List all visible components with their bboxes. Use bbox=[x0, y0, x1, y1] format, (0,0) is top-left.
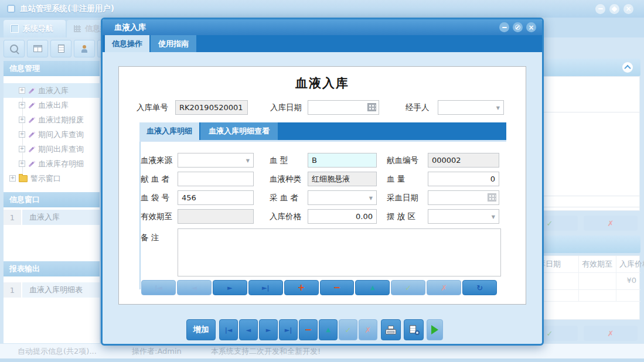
expander-icon[interactable]: + bbox=[19, 160, 25, 167]
bottom-next-button[interactable]: ► bbox=[259, 319, 278, 340]
dialog-titlebar[interactable]: 血液入库 bbox=[103, 19, 542, 35]
restore-icon bbox=[515, 25, 520, 30]
nav-last-button[interactable]: ►| bbox=[248, 280, 283, 295]
section-header-report: 报表输出 bbox=[4, 261, 100, 276]
donor-field[interactable] bbox=[178, 172, 254, 186]
search-icon bbox=[10, 45, 18, 53]
tree-item-label: 血液过期报废 bbox=[38, 115, 84, 125]
play-icon bbox=[431, 325, 438, 334]
collect-date-field[interactable] bbox=[428, 190, 499, 205]
nav-next-button[interactable]: ► bbox=[213, 280, 247, 295]
tab-system-navigation[interactable]: 系统导航 bbox=[4, 20, 66, 37]
calendar-icon[interactable] bbox=[367, 103, 376, 111]
tree-item-alert-window[interactable]: + 警示窗口 bbox=[4, 171, 105, 186]
collapse-button[interactable] bbox=[622, 62, 633, 73]
source-label: 血液来源 bbox=[141, 153, 172, 168]
inner-tab-detail[interactable]: 血液入库明细 bbox=[139, 122, 199, 140]
print-button[interactable] bbox=[381, 319, 401, 340]
tree-item-label: 血液库存明细 bbox=[38, 159, 84, 169]
volume-field[interactable]: 0 bbox=[428, 172, 499, 186]
nav-cancel-button[interactable]: ✗ bbox=[427, 280, 461, 295]
cross-icon: ✗ bbox=[608, 329, 614, 338]
chevron-down-icon: ▼ bbox=[496, 101, 500, 115]
dialog-minimize-button[interactable] bbox=[499, 22, 509, 32]
nav-refresh-button[interactable]: ↻ bbox=[462, 280, 497, 295]
inner-tabstrip: 血液入库明细 血液入库明细查看 bbox=[139, 122, 506, 140]
remark-textarea[interactable] bbox=[178, 228, 501, 276]
bottom-delete-button[interactable]: − bbox=[299, 319, 318, 340]
edit-icon: ▲ bbox=[370, 285, 375, 291]
cancel-icon: ✗ bbox=[441, 284, 447, 292]
bottom-cancel-button[interactable]: ✗ bbox=[359, 319, 377, 340]
nav-first-button[interactable]: |◄ bbox=[141, 280, 176, 295]
tree-item-blood-in[interactable]: + 血液入库 bbox=[4, 83, 115, 98]
document-button[interactable] bbox=[50, 40, 71, 57]
next-icon: ► bbox=[266, 327, 271, 333]
blood-kind-field[interactable]: 红细胞悬液 bbox=[308, 172, 377, 186]
preview-button[interactable] bbox=[404, 319, 424, 340]
wand-icon bbox=[28, 87, 35, 94]
tree-item-expired[interactable]: + 血液过期报废 bbox=[4, 112, 115, 127]
run-button[interactable] bbox=[427, 319, 443, 340]
minimize-button[interactable] bbox=[595, 4, 605, 14]
expander-icon[interactable]: + bbox=[19, 102, 25, 108]
tree-item-period-in[interactable]: + 期间入库查询 bbox=[4, 127, 115, 142]
tree-item-blood-out[interactable]: + 血液出库 bbox=[4, 98, 115, 112]
nav-post-button[interactable]: ✓ bbox=[391, 280, 425, 295]
add-button[interactable]: 增加 bbox=[186, 319, 216, 340]
table-button[interactable] bbox=[27, 40, 48, 57]
bottom-post-button[interactable]: ✓ bbox=[339, 319, 357, 340]
order-no-field[interactable]: RK20190520001 bbox=[175, 100, 248, 115]
minimize-icon bbox=[502, 27, 507, 28]
valid-until-field[interactable] bbox=[178, 209, 254, 224]
expander-icon[interactable]: + bbox=[19, 146, 25, 152]
calendar-icon[interactable] bbox=[488, 193, 496, 202]
bottom-last-button[interactable]: ►| bbox=[279, 319, 298, 340]
wand-icon bbox=[28, 131, 35, 138]
wand-icon bbox=[28, 160, 35, 168]
inner-tab-detail-view[interactable]: 血液入库明细查看 bbox=[200, 122, 278, 140]
app-title: 血站管理系统(非注册用户) bbox=[20, 4, 114, 14]
dialog-restore-button[interactable] bbox=[513, 22, 523, 32]
source-select[interactable]: 自身贮血 ▼ bbox=[178, 153, 254, 168]
dialog-tab-info-operation[interactable]: 信息操作 bbox=[105, 35, 149, 52]
nav-insert-button[interactable]: + bbox=[284, 280, 319, 295]
tree-item-label: 血液入库 bbox=[38, 86, 69, 96]
info-window-row[interactable]: 1 血液入库 bbox=[4, 210, 100, 225]
expander-icon[interactable]: + bbox=[19, 87, 25, 94]
bag-no-field[interactable]: 456 bbox=[178, 190, 254, 205]
section-header-info-mgmt: 信息管理 bbox=[4, 61, 100, 76]
tree-item-label: 期间出库查询 bbox=[38, 144, 84, 155]
chevron-up-icon bbox=[624, 65, 631, 71]
expander-icon[interactable]: + bbox=[9, 175, 16, 182]
in-date-field[interactable]: 2019-05-20 bbox=[308, 100, 379, 115]
tree-item-stock-detail[interactable]: + 血液库存明细 bbox=[4, 156, 115, 171]
cancel-button[interactable]: ✗ bbox=[584, 216, 638, 231]
close-button[interactable]: × bbox=[623, 4, 633, 14]
report-row[interactable]: 1 血液入库明细表 bbox=[4, 282, 100, 298]
expander-icon[interactable]: + bbox=[19, 131, 25, 138]
area-select[interactable]: ▼ bbox=[428, 209, 499, 224]
nav-edit-button[interactable]: ▲ bbox=[355, 280, 390, 295]
tab-label: 系统导航 bbox=[23, 23, 53, 34]
expander-icon[interactable]: + bbox=[19, 117, 25, 123]
cancel-button[interactable]: ✗ bbox=[584, 326, 638, 341]
donation-no-field[interactable]: 000002 bbox=[428, 153, 499, 168]
bottom-first-button[interactable]: |◄ bbox=[219, 319, 238, 340]
dialog-tabstrip: 信息操作 使用指南 bbox=[103, 35, 542, 52]
first-icon: |◄ bbox=[225, 327, 232, 333]
bottom-edit-button[interactable]: ▲ bbox=[319, 319, 338, 340]
search-button[interactable] bbox=[4, 40, 25, 57]
tree-item-period-out[interactable]: + 期间出库查询 bbox=[4, 142, 115, 156]
collector-select[interactable]: ▼ bbox=[308, 190, 377, 205]
price-field[interactable]: 0.00 bbox=[308, 209, 377, 224]
handler-select[interactable]: ▼ bbox=[438, 100, 504, 115]
maximize-button[interactable] bbox=[609, 4, 619, 14]
nav-delete-button[interactable]: − bbox=[320, 280, 355, 295]
nav-prior-button[interactable]: ◄ bbox=[177, 280, 212, 295]
dialog-tab-guide[interactable]: 使用指南 bbox=[151, 35, 196, 52]
blood-type-field[interactable]: B bbox=[308, 153, 377, 168]
user-button[interactable] bbox=[74, 40, 95, 57]
dialog-close-button[interactable]: × bbox=[526, 22, 536, 32]
bottom-prior-button[interactable]: ◄ bbox=[239, 319, 258, 340]
